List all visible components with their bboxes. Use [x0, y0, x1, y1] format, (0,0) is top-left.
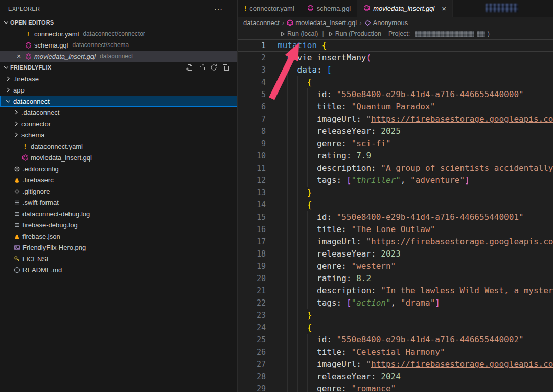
code-line[interactable]: 14 {	[238, 199, 553, 211]
tree-item-firebase.json[interactable]: firebase.json	[0, 230, 237, 242]
code-line[interactable]: 20 rating: 8.2	[238, 272, 553, 285]
tree-item-app[interactable]: app	[0, 84, 237, 96]
code-line[interactable]: 11 description: "A group of scientists a…	[238, 162, 553, 174]
line-number: 21	[238, 285, 278, 297]
code-line[interactable]: 6 title: "Quantum Paradox"	[238, 101, 553, 113]
line-content: title: "Quantum Paradox"	[278, 101, 553, 113]
tree-item-FriendlyFlix-Hero.png[interactable]: FriendlyFlix-Hero.png	[0, 242, 237, 253]
open-editor-item[interactable]: schema.gqldataconnect/schema	[0, 39, 237, 51]
line-number: 2	[238, 52, 278, 64]
line-number: 6	[238, 101, 278, 113]
code-line[interactable]: 19 genre: "western"	[238, 260, 553, 272]
project-section-header[interactable]: FRIENDLYFLIX	[0, 62, 237, 73]
open-editor-item[interactable]: ×moviedata_insert.gqldataconnect	[0, 51, 237, 62]
run-local-button[interactable]: Run (local)	[280, 30, 318, 37]
code-line[interactable]: 4 {	[238, 76, 553, 88]
code-line[interactable]: 24 {	[238, 321, 553, 334]
code-line[interactable]: 1mutation {	[238, 39, 553, 52]
code-line[interactable]: 27 imageUrl: "https://firebasestorage.go…	[238, 358, 553, 371]
line-number: 17	[238, 236, 278, 248]
tree-item-dataconnect-debug.log[interactable]: dataconnect-debug.log	[0, 208, 237, 219]
new-file-button[interactable]	[185, 63, 193, 72]
code-line[interactable]: 25 id: "550e8400-e29b-41d4-a716-44665544…	[238, 334, 553, 346]
line-content: mutation {	[278, 39, 553, 52]
tree-item-firebase-debug.log[interactable]: firebase-debug.log	[0, 219, 237, 230]
tree-item-label: .gitignore	[22, 188, 50, 195]
line-content: data: [	[278, 64, 553, 76]
open-editors-header[interactable]: OPEN EDITORS	[0, 17, 237, 28]
tree-item-.dataconnect[interactable]: .dataconnect	[0, 107, 237, 118]
graphql-icon	[287, 19, 293, 26]
code-line[interactable]: 5 id: "550e8400-e29b-41d4-a716-446655440…	[238, 88, 553, 101]
open-editor-item[interactable]: !connector.yamldataconnect/connector	[0, 28, 237, 39]
explorer-sidebar: EXPLORER ··· OPEN EDITORS !connector.yam…	[0, 0, 238, 392]
line-content: releaseYear: 2023	[278, 248, 553, 260]
line-content: description: "In the lawless Wild West, …	[278, 285, 553, 297]
close-icon[interactable]: ×	[14, 52, 24, 60]
tab-schema.gql[interactable]: schema.gql	[301, 0, 357, 17]
tree-item-schema[interactable]: schema	[0, 129, 237, 141]
explorer-title: EXPLORER	[8, 6, 40, 12]
tree-item-.firebaserc[interactable]: .firebaserc	[0, 174, 237, 186]
code-line[interactable]: 8 releaseYear: 2025	[238, 125, 553, 137]
line-number: 13	[238, 187, 278, 199]
tree-item-LICENSE[interactable]: LICENSE	[0, 253, 237, 264]
code-line[interactable]: 26 title: "Celestial Harmony"	[238, 346, 553, 358]
tree-item-dataconnect[interactable]: dataconnect	[0, 96, 237, 107]
code-line[interactable]: 16 title: "The Lone Outlaw"	[238, 223, 553, 236]
line-number: 23	[238, 309, 278, 321]
new-folder-button[interactable]	[197, 63, 205, 72]
line-number: 11	[238, 162, 278, 174]
play-icon	[280, 31, 285, 37]
code-line[interactable]: 13 }	[238, 187, 553, 199]
code-line[interactable]: 28 releaseYear: 2024	[238, 371, 553, 383]
line-content: title: "Celestial Harmony"	[278, 346, 553, 358]
breadcrumb-item-moviedata_insert.gql[interactable]: moviedata_insert.gql	[287, 19, 357, 27]
code-line[interactable]: 15 id: "550e8400-e29b-41d4-a716-44665544…	[238, 211, 553, 223]
code-line[interactable]: 2 movie_insertMany(	[238, 52, 553, 64]
line-number: 1	[238, 39, 278, 52]
chevron-down-icon	[2, 18, 10, 27]
breadcrumb-separator: ›	[359, 19, 361, 27]
code-line[interactable]: 3 data: [	[238, 64, 553, 76]
code-line[interactable]: 22 tags: ["action", "drama"]	[238, 297, 553, 309]
tree-item-label: .editorconfig	[22, 165, 59, 173]
code-line[interactable]: 12 tags: ["thriller", "adventure"]	[238, 174, 553, 187]
tree-item-dataconnect.yaml[interactable]: !dataconnect.yaml	[0, 141, 237, 152]
tab-connector.yaml[interactable]: !connector.yaml	[238, 0, 301, 17]
code-line[interactable]: 18 releaseYear: 2023	[238, 248, 553, 260]
breadcrumb-label: Anonymous	[373, 19, 408, 27]
tree-item-.swift-format[interactable]: .swift-format	[0, 197, 237, 208]
code-line[interactable]: 17 imageUrl: "https://firebasestorage.go…	[238, 236, 553, 248]
line-content: id: "550e8400-e29b-41d4-a716-44665544000…	[278, 334, 553, 346]
breadcrumb-item-dataconnect[interactable]: dataconnect	[243, 19, 280, 27]
tree-item-connector[interactable]: connector	[0, 118, 237, 129]
tree-item-.editorconfig[interactable]: .editorconfig	[0, 163, 237, 174]
chevron-right-icon	[12, 131, 20, 139]
code-line[interactable]: 7 imageUrl: "https://firebasestorage.goo…	[238, 113, 553, 125]
chevron-right-icon	[4, 86, 12, 94]
chevron-right-icon	[12, 108, 20, 117]
chevron-down-icon	[4, 97, 12, 105]
code-editor[interactable]: 1mutation {2 movie_insertMany(3 data: [4…	[238, 39, 553, 392]
tree-item-.firebase[interactable]: .firebase	[0, 73, 237, 84]
refresh-button[interactable]	[210, 63, 218, 72]
tree-item-.gitignore[interactable]: .gitignore	[0, 186, 237, 197]
tree-item-moviedata_insert.gql[interactable]: moviedata_insert.gql	[0, 152, 237, 163]
collapse-all-button[interactable]	[222, 63, 230, 72]
tree-item-README.md[interactable]: README.md	[0, 264, 237, 275]
graphql-icon	[24, 42, 33, 49]
close-icon[interactable]: ×	[442, 5, 446, 12]
lines-icon	[12, 222, 21, 228]
tab-moviedata_insert.gql[interactable]: moviedata_insert.gql×	[357, 0, 453, 17]
code-line[interactable]: 10 rating: 7.9	[238, 150, 553, 162]
tree-item-label: .swift-format	[22, 199, 59, 206]
run-production-button[interactable]: Run (Production – Project: )	[328, 30, 490, 37]
more-actions-icon[interactable]: ···	[214, 5, 223, 13]
code-line[interactable]: 21 description: "In the lawless Wild Wes…	[238, 285, 553, 297]
code-line[interactable]: 23 }	[238, 309, 553, 321]
line-content: releaseYear: 2024	[278, 371, 553, 383]
code-line[interactable]: 9 genre: "sci-fi"	[238, 137, 553, 150]
breadcrumb-item-Anonymous[interactable]: Anonymous	[364, 19, 408, 27]
code-line[interactable]: 29 genre: "romance"	[238, 383, 553, 392]
